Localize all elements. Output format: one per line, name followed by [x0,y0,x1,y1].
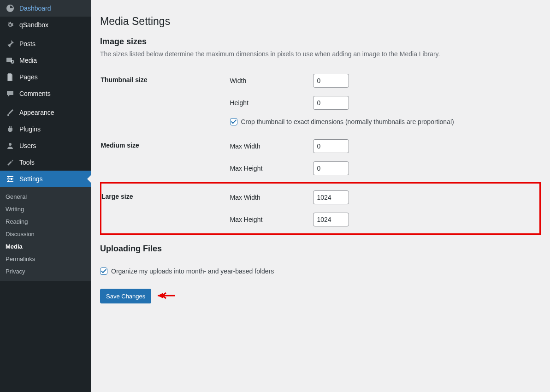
thumbnail-crop-label[interactable]: Crop thumbnail to exact dimensions (norm… [241,118,454,125]
medium-max-width-label: Max Width [230,143,313,150]
image-sizes-heading: Image sizes [100,37,541,47]
brush-icon [6,108,15,117]
sidebar-item-tools[interactable]: Tools [0,154,91,171]
organize-uploads-label[interactable]: Organize my uploads into month- and year… [111,267,274,275]
large-max-width-label: Max Width [230,194,313,201]
plugin-icon [6,125,15,134]
sidebar-item-users[interactable]: Users [0,137,91,154]
sidebar-item-posts[interactable]: Posts [0,36,91,52]
organize-uploads-checkbox[interactable] [100,267,107,275]
sidebar-item-qsandbox[interactable]: qSandbox [0,17,91,33]
sidebar-item-label: Users [19,142,36,149]
user-icon [6,141,15,150]
large-size-highlight: Large size Max Width Max Height [101,183,540,234]
svg-rect-8 [7,181,13,182]
wrench-icon [6,158,15,167]
page-title: Media Settings [100,15,541,28]
image-sizes-description: The sizes listed below determine the max… [100,50,541,58]
large-max-width-input[interactable] [313,190,349,204]
submenu-item-permalinks[interactable]: Permalinks [0,253,91,265]
arrow-annotation-icon [157,291,176,302]
svg-rect-6 [7,176,13,177]
sidebar-item-label: Tools [19,159,35,166]
thumbnail-height-label: Height [230,99,313,107]
thumbnail-crop-checkbox[interactable] [230,118,237,125]
sidebar-item-label: Media [19,57,37,64]
submenu-item-media[interactable]: Media [0,240,91,253]
sidebar-item-comments[interactable]: Comments [0,85,91,102]
sidebar-item-label: Posts [19,40,35,48]
thumbnail-height-input[interactable] [313,96,349,110]
settings-icon [6,174,15,184]
save-changes-button[interactable]: Save Changes [100,289,151,303]
submenu-item-writing[interactable]: Writing [0,203,91,215]
thumbnail-size-label: Thumbnail size [101,67,225,132]
large-size-label: Large size [101,183,225,234]
settings-table: Thumbnail size Width Height Crop thumbna… [100,67,541,235]
admin-sidebar: Dashboard qSandbox Posts Media Pages Com… [0,0,91,392]
medium-size-label: Medium size [101,132,225,183]
main-content: Media Settings Image sizes The sizes lis… [91,0,550,392]
medium-max-height-input[interactable] [313,161,349,175]
thumbnail-width-input[interactable] [313,74,349,88]
gear-icon [6,20,15,30]
sidebar-item-settings[interactable]: Settings [0,171,91,187]
svg-point-5 [9,143,12,146]
large-max-height-label: Max Height [230,216,313,223]
media-icon [6,56,15,65]
page-icon [6,72,15,82]
submenu-item-privacy[interactable]: Privacy [0,265,91,278]
sidebar-item-label: Plugins [19,125,41,133]
submenu-item-general[interactable]: General [0,190,91,203]
sidebar-item-media[interactable]: Media [0,52,91,69]
svg-rect-4 [7,114,9,116]
dashboard-icon [6,4,15,13]
submenu-item-reading[interactable]: Reading [0,215,91,228]
sidebar-item-pages[interactable]: Pages [0,69,91,85]
sidebar-item-label: Comments [19,90,51,97]
uploading-files-heading: Uploading Files [100,244,541,254]
svg-rect-3 [7,74,12,81]
sidebar-item-label: Settings [19,175,43,183]
sidebar-item-appearance[interactable]: Appearance [0,104,91,121]
submenu-item-discussion[interactable]: Discussion [0,228,91,240]
settings-submenu: General Writing Reading Discussion Media… [0,187,91,281]
svg-rect-10 [11,178,12,180]
sidebar-item-label: qSandbox [19,21,48,29]
svg-rect-7 [7,178,13,179]
svg-rect-9 [8,176,9,178]
large-max-height-input[interactable] [313,213,349,226]
sidebar-item-plugins[interactable]: Plugins [0,121,91,137]
sidebar-item-label: Appearance [19,109,54,116]
pin-icon [6,39,15,48]
svg-point-0 [9,24,11,26]
medium-max-height-label: Max Height [230,165,313,172]
svg-marker-12 [158,293,163,298]
sidebar-item-dashboard[interactable]: Dashboard [0,0,91,17]
sidebar-item-label: Pages [19,73,38,81]
sidebar-item-label: Dashboard [19,5,51,12]
svg-rect-11 [8,180,9,182]
thumbnail-width-label: Width [230,77,313,84]
comment-icon [6,89,15,98]
medium-max-width-input[interactable] [313,139,349,153]
